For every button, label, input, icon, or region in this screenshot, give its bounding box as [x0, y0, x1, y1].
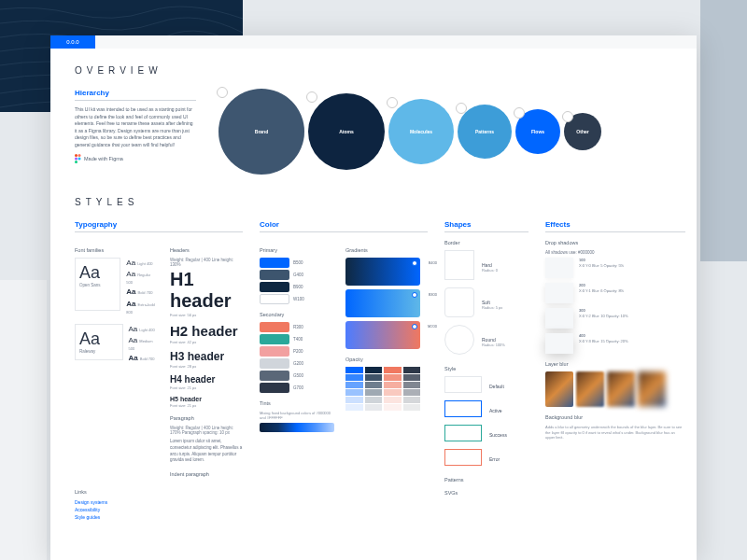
- gradient-swatch: M200: [345, 321, 420, 349]
- link[interactable]: Style guides: [75, 514, 243, 520]
- font-families: AaOpen SansAaLight 400AaRegular 500AaBol…: [75, 258, 157, 366]
- svg-rect-1: [75, 154, 78, 157]
- styles-title: STYLES: [75, 197, 672, 207]
- h2-sample: H2 header: [170, 323, 243, 339]
- hierarchy-circle-brand[interactable]: Brand: [218, 89, 304, 175]
- font-family-box: AaRaleway: [75, 324, 123, 360]
- color-swatch: B500: [260, 258, 334, 268]
- made-with-figma: Made with Figma: [75, 154, 196, 163]
- h4-sample: H4 header: [170, 374, 243, 385]
- color-swatch: G200: [260, 358, 334, 369]
- style-sample: Error: [444, 449, 529, 469]
- hierarchy-circle-atoms[interactable]: Atoms: [308, 93, 385, 170]
- hierarchy-desc: This UI kit was intended to be used as a…: [75, 106, 196, 148]
- style-sample: Success: [444, 425, 529, 445]
- hierarchy-title: Hierarchy: [75, 89, 196, 101]
- links-label: Links: [75, 489, 243, 495]
- typography-title: Typography: [75, 220, 243, 232]
- document-page: 0.0.0 OVERVIEW Hierarchy This UI kit was…: [50, 35, 697, 560]
- header-meta: Weight: Regular | 400 Line height: 130%: [170, 258, 243, 267]
- hierarchy-circle-other[interactable]: Other: [564, 113, 601, 150]
- style-sample: Active: [444, 400, 529, 421]
- color-swatch: W100: [260, 294, 334, 304]
- style-sample: Default: [444, 376, 529, 397]
- version-badge: 0.0.0: [50, 35, 95, 49]
- font-families-label: Font families: [75, 247, 157, 253]
- border-sample: RoundRadius: 100%: [444, 325, 529, 358]
- h5-sample: H5 header: [170, 396, 243, 402]
- color-swatch: P200: [260, 346, 334, 357]
- shadow-sample: 100X:0 Y:0 Blur: 5 Opacity: 5%: [545, 258, 685, 278]
- color-swatch: G400: [260, 270, 334, 280]
- hierarchy-circle-molecules[interactable]: Molecules: [388, 99, 454, 164]
- hierarchy-circles: BrandAtomsMoleculesPatternsFlowsOther: [218, 89, 672, 175]
- hierarchy-circle-flows[interactable]: Flows: [515, 109, 560, 154]
- layer-blur-samples: [545, 371, 685, 407]
- topbar: 0.0.0: [50, 35, 697, 49]
- h1-sample: H1 header: [170, 269, 243, 312]
- figma-icon: [75, 154, 81, 163]
- color-title: Color: [260, 220, 428, 232]
- svg-point-4: [78, 158, 81, 161]
- overview-title: OVERVIEW: [75, 65, 672, 76]
- hierarchy-circle-patterns[interactable]: Patterns: [458, 105, 512, 159]
- opacity-grid: [345, 367, 420, 412]
- font-family-box: AaOpen Sans: [75, 258, 120, 311]
- link[interactable]: Design systems: [75, 499, 243, 505]
- bg-panel-left: [0, 280, 47, 560]
- headers-label: Headers: [170, 247, 243, 253]
- h3-sample: H3 header: [170, 350, 243, 363]
- shadow-sample: 300X:0 Y:2 Blur: 10 Opacity: 10%: [545, 308, 685, 329]
- effects-title: Effects: [545, 220, 685, 232]
- svg-rect-2: [78, 154, 81, 157]
- link[interactable]: Accessibility: [75, 507, 243, 512]
- shadow-sample: 400X:0 Y:3 Blur: 15 Opacity: 20%: [545, 333, 685, 354]
- color-swatch: T400: [260, 334, 334, 344]
- svg-rect-3: [75, 158, 78, 161]
- bg-panel-right: [700, 0, 747, 261]
- color-swatch: B900: [260, 282, 334, 292]
- svg-rect-5: [75, 161, 78, 163]
- tints-bar: [260, 423, 334, 432]
- shadow-sample: 200X:0 Y:1 Blur: 6 Opacity: 8%: [545, 283, 685, 303]
- color-swatch: G500: [260, 371, 334, 381]
- gradient-swatch: B400: [345, 258, 420, 286]
- shapes-title: Shapes: [444, 220, 529, 232]
- border-sample: SoftRadius: 5 px: [444, 287, 529, 321]
- paragraph-sample: Lorem ipsum dolor sit amet, consectetur …: [170, 439, 243, 464]
- gradient-swatch: B300: [345, 289, 420, 317]
- color-swatch: G700: [260, 383, 334, 393]
- color-swatch: R300: [260, 322, 334, 332]
- border-sample: HardRadius: 0: [444, 250, 529, 284]
